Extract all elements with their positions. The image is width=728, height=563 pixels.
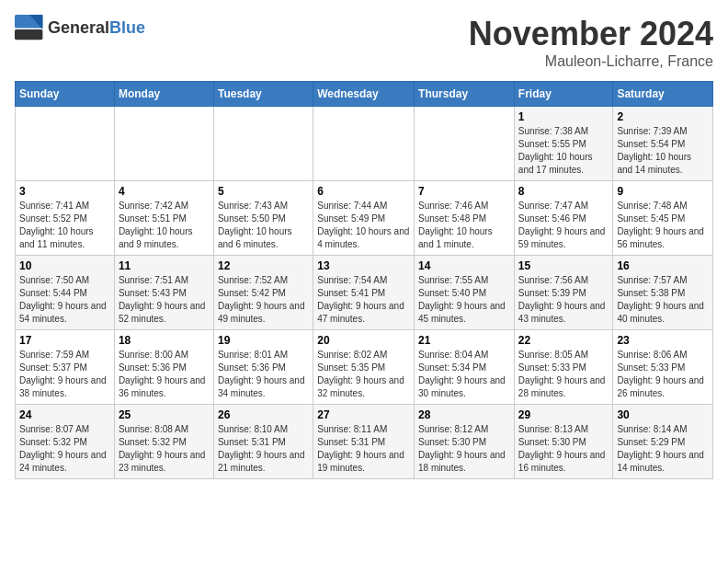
calendar-cell: 1Sunrise: 7:38 AM Sunset: 5:55 PM Daylig… [514, 107, 613, 181]
month-title: November 2024 [469, 15, 713, 53]
location-title: Mauleon-Licharre, France [469, 53, 713, 70]
calendar-cell [213, 107, 313, 181]
calendar-cell: 28Sunrise: 8:12 AM Sunset: 5:30 PM Dayli… [415, 405, 515, 479]
calendar-cell: 27Sunrise: 8:11 AM Sunset: 5:31 PM Dayli… [313, 405, 415, 479]
calendar-cell: 24Sunrise: 8:07 AM Sunset: 5:32 PM Dayli… [16, 405, 115, 479]
header-cell-thursday: Thursday [415, 82, 515, 107]
day-info: Sunrise: 7:48 AM Sunset: 5:45 PM Dayligh… [617, 200, 709, 251]
day-number: 2 [617, 110, 709, 123]
day-info: Sunrise: 8:00 AM Sunset: 5:36 PM Dayligh… [119, 349, 210, 400]
title-area: November 2024 Mauleon-Licharre, France [469, 15, 713, 70]
calendar-cell: 21Sunrise: 8:04 AM Sunset: 5:34 PM Dayli… [415, 330, 515, 405]
day-info: Sunrise: 7:50 AM Sunset: 5:44 PM Dayligh… [19, 274, 110, 326]
day-number: 30 [617, 408, 709, 421]
calendar-row-4: 24Sunrise: 8:07 AM Sunset: 5:32 PM Dayli… [16, 405, 713, 479]
day-info: Sunrise: 8:14 AM Sunset: 5:29 PM Dayligh… [617, 423, 709, 475]
day-info: Sunrise: 7:43 AM Sunset: 5:50 PM Dayligh… [218, 200, 309, 251]
day-number: 22 [518, 334, 609, 347]
header-cell-tuesday: Tuesday [213, 82, 313, 107]
calendar-cell [16, 107, 115, 181]
calendar-cell: 29Sunrise: 8:13 AM Sunset: 5:30 PM Dayli… [514, 405, 613, 479]
day-number: 11 [119, 259, 210, 272]
day-number: 19 [218, 334, 309, 347]
logo-blue: Blue [109, 18, 145, 38]
day-number: 4 [119, 185, 210, 198]
day-number: 21 [418, 334, 510, 347]
day-info: Sunrise: 7:46 AM Sunset: 5:48 PM Dayligh… [418, 200, 510, 251]
calendar-row-3: 17Sunrise: 7:59 AM Sunset: 5:37 PM Dayli… [16, 330, 713, 405]
day-info: Sunrise: 7:59 AM Sunset: 5:37 PM Dayligh… [19, 349, 110, 400]
logo-general: General [48, 18, 109, 38]
day-info: Sunrise: 7:52 AM Sunset: 5:42 PM Dayligh… [218, 274, 309, 326]
day-number: 7 [418, 185, 510, 198]
day-number: 26 [218, 408, 309, 421]
day-number: 14 [418, 259, 510, 272]
day-info: Sunrise: 7:55 AM Sunset: 5:40 PM Dayligh… [418, 274, 510, 326]
day-info: Sunrise: 8:08 AM Sunset: 5:32 PM Dayligh… [119, 423, 210, 475]
day-info: Sunrise: 8:06 AM Sunset: 5:33 PM Dayligh… [617, 349, 709, 400]
calendar-row-1: 3Sunrise: 7:41 AM Sunset: 5:52 PM Daylig… [16, 181, 713, 256]
day-number: 23 [617, 334, 709, 347]
calendar-cell: 5Sunrise: 7:43 AM Sunset: 5:50 PM Daylig… [213, 181, 313, 256]
day-number: 5 [218, 185, 309, 198]
day-info: Sunrise: 8:10 AM Sunset: 5:31 PM Dayligh… [218, 423, 309, 475]
day-info: Sunrise: 7:47 AM Sunset: 5:46 PM Dayligh… [518, 200, 609, 251]
header-cell-saturday: Saturday [613, 82, 713, 107]
day-number: 6 [317, 185, 410, 198]
logo-text-block: General Blue [48, 18, 145, 38]
day-number: 12 [218, 259, 309, 272]
calendar-cell: 16Sunrise: 7:57 AM Sunset: 5:38 PM Dayli… [613, 256, 713, 330]
day-info: Sunrise: 7:44 AM Sunset: 5:49 PM Dayligh… [317, 200, 410, 251]
calendar-cell: 23Sunrise: 8:06 AM Sunset: 5:33 PM Dayli… [613, 330, 713, 405]
calendar-cell: 9Sunrise: 7:48 AM Sunset: 5:45 PM Daylig… [613, 181, 713, 256]
day-number: 17 [19, 334, 110, 347]
calendar-cell: 15Sunrise: 7:56 AM Sunset: 5:39 PM Dayli… [514, 256, 613, 330]
day-number: 20 [317, 334, 410, 347]
calendar-cell: 3Sunrise: 7:41 AM Sunset: 5:52 PM Daylig… [16, 181, 115, 256]
header-cell-wednesday: Wednesday [313, 82, 415, 107]
day-info: Sunrise: 8:05 AM Sunset: 5:33 PM Dayligh… [518, 349, 609, 400]
calendar-cell: 22Sunrise: 8:05 AM Sunset: 5:33 PM Dayli… [514, 330, 613, 405]
calendar-cell: 30Sunrise: 8:14 AM Sunset: 5:29 PM Dayli… [613, 405, 713, 479]
day-info: Sunrise: 8:01 AM Sunset: 5:36 PM Dayligh… [218, 349, 309, 400]
day-info: Sunrise: 7:56 AM Sunset: 5:39 PM Dayligh… [518, 274, 609, 326]
day-number: 29 [518, 408, 609, 421]
calendar-cell: 8Sunrise: 7:47 AM Sunset: 5:46 PM Daylig… [514, 181, 613, 256]
calendar-cell: 11Sunrise: 7:51 AM Sunset: 5:43 PM Dayli… [114, 256, 213, 330]
day-info: Sunrise: 8:04 AM Sunset: 5:34 PM Dayligh… [418, 349, 510, 400]
calendar-header-row: SundayMondayTuesdayWednesdayThursdayFrid… [16, 82, 713, 107]
day-info: Sunrise: 8:12 AM Sunset: 5:30 PM Dayligh… [418, 423, 510, 475]
day-number: 10 [19, 259, 110, 272]
calendar-cell: 26Sunrise: 8:10 AM Sunset: 5:31 PM Dayli… [213, 405, 313, 479]
day-number: 25 [119, 408, 210, 421]
day-number: 8 [518, 185, 609, 198]
day-info: Sunrise: 7:38 AM Sunset: 5:55 PM Dayligh… [518, 125, 609, 177]
day-info: Sunrise: 7:42 AM Sunset: 5:51 PM Dayligh… [119, 200, 210, 251]
day-number: 28 [418, 408, 510, 421]
calendar-cell: 13Sunrise: 7:54 AM Sunset: 5:41 PM Dayli… [313, 256, 415, 330]
day-info: Sunrise: 7:57 AM Sunset: 5:38 PM Dayligh… [617, 274, 709, 326]
calendar-cell [114, 107, 213, 181]
day-info: Sunrise: 7:54 AM Sunset: 5:41 PM Dayligh… [317, 274, 410, 326]
header-cell-monday: Monday [114, 82, 213, 107]
header-cell-friday: Friday [514, 82, 613, 107]
calendar-row-2: 10Sunrise: 7:50 AM Sunset: 5:44 PM Dayli… [16, 256, 713, 330]
calendar-cell: 19Sunrise: 8:01 AM Sunset: 5:36 PM Dayli… [213, 330, 313, 405]
header: General Blue November 2024 Mauleon-Licha… [15, 15, 713, 70]
calendar-cell: 12Sunrise: 7:52 AM Sunset: 5:42 PM Dayli… [213, 256, 313, 330]
day-info: Sunrise: 8:07 AM Sunset: 5:32 PM Dayligh… [19, 423, 110, 475]
calendar-cell: 14Sunrise: 7:55 AM Sunset: 5:40 PM Dayli… [415, 256, 515, 330]
day-info: Sunrise: 8:13 AM Sunset: 5:30 PM Dayligh… [518, 423, 609, 475]
logo: General Blue [15, 15, 145, 40]
day-number: 9 [617, 185, 709, 198]
calendar-cell: 6Sunrise: 7:44 AM Sunset: 5:49 PM Daylig… [313, 181, 415, 256]
calendar-cell: 20Sunrise: 8:02 AM Sunset: 5:35 PM Dayli… [313, 330, 415, 405]
day-info: Sunrise: 7:51 AM Sunset: 5:43 PM Dayligh… [119, 274, 210, 326]
calendar-cell: 4Sunrise: 7:42 AM Sunset: 5:51 PM Daylig… [114, 181, 213, 256]
day-info: Sunrise: 7:39 AM Sunset: 5:54 PM Dayligh… [617, 125, 709, 177]
day-number: 27 [317, 408, 410, 421]
day-number: 24 [19, 408, 110, 421]
calendar-cell: 10Sunrise: 7:50 AM Sunset: 5:44 PM Dayli… [16, 256, 115, 330]
header-cell-sunday: Sunday [16, 82, 115, 107]
day-number: 18 [119, 334, 210, 347]
